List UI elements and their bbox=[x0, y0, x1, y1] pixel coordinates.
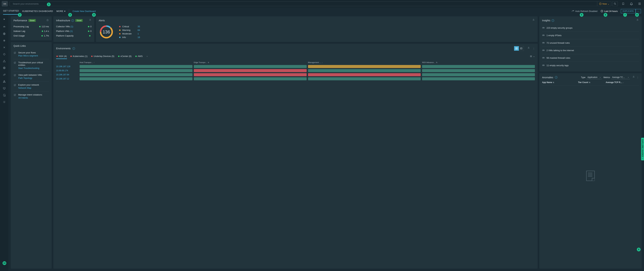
env-tab[interactable]: vCenter (6) bbox=[118, 54, 132, 59]
kebab-menu-icon[interactable]: ⋮ bbox=[533, 47, 535, 50]
env-ip-link[interactable]: 10.196.167.64 bbox=[56, 74, 78, 76]
pin-icon[interactable] bbox=[46, 19, 49, 22]
env-tab[interactable]: Kubernetes (1) bbox=[70, 54, 88, 59]
explore-guides-tab[interactable]: EXPLORE GUIDES ‹ bbox=[641, 138, 644, 160]
quick-link-action[interactable]: Network Map bbox=[18, 87, 39, 89]
table-view-button[interactable] bbox=[519, 46, 524, 51]
quick-link-action[interactable]: Start Troubleshooting bbox=[18, 67, 49, 69]
nav-topology-icon[interactable] bbox=[2, 38, 7, 43]
status-pill[interactable] bbox=[80, 65, 192, 68]
search-button[interactable] bbox=[612, 1, 618, 6]
nav-hierarchy-icon[interactable] bbox=[2, 79, 7, 84]
status-pill[interactable] bbox=[422, 65, 535, 68]
pin-icon[interactable] bbox=[636, 19, 639, 22]
env-tab[interactable]: Underlay Devices (5) bbox=[91, 54, 114, 59]
status-pill[interactable] bbox=[422, 69, 535, 72]
info-icon[interactable]: i bbox=[72, 19, 74, 22]
insight-row[interactable]: 223 empty security groups bbox=[542, 24, 639, 32]
env-ip-link[interactable]: 10.89.69.174 bbox=[56, 69, 78, 72]
nav-settings-icon[interactable] bbox=[2, 99, 7, 105]
col-host-transport[interactable]: Host Transpor…↑ bbox=[80, 61, 192, 64]
type-select[interactable]: Application bbox=[586, 76, 602, 79]
insight-row[interactable]: 1 empty IPSets bbox=[542, 32, 639, 39]
col-app-name[interactable]: App Name⇅ bbox=[542, 81, 578, 84]
hamburger-menu[interactable] bbox=[637, 1, 642, 6]
tab-kubernetes-dashboard[interactable]: KUBERNETES DASHBOARD bbox=[22, 8, 53, 15]
env-tab[interactable]: AWS bbox=[135, 54, 143, 59]
expand-nav-icon[interactable]: » bbox=[2, 16, 7, 22]
alert-legend-row[interactable]: Warning 84 bbox=[119, 29, 143, 31]
insight-row[interactable]: 2 VMs talking to the internet bbox=[542, 47, 639, 54]
status-pill[interactable] bbox=[422, 77, 535, 80]
quick-link-action[interactable]: Plan Micro-segment bbox=[18, 54, 38, 57]
pin-icon[interactable] bbox=[632, 76, 635, 79]
timerange-selector[interactable]: Last 24 hours bbox=[600, 10, 618, 13]
duplicate-button[interactable]: DUPLICATE bbox=[621, 9, 636, 13]
status-pill[interactable] bbox=[308, 69, 421, 72]
env-ip-link[interactable]: 10.196.167.128 bbox=[56, 65, 78, 68]
status-pill[interactable] bbox=[422, 73, 535, 76]
chevron-right-icon[interactable]: › bbox=[147, 55, 148, 58]
tab-get-started[interactable]: GET STARTED bbox=[3, 8, 19, 15]
alert-legend-row[interactable]: Info 16 bbox=[119, 36, 143, 39]
list-view-toggle[interactable]: ⌄ bbox=[530, 55, 535, 58]
insight-row[interactable]: 11 empty security tags bbox=[542, 62, 639, 69]
insight-row[interactable]: 72 unused firewall rules bbox=[542, 39, 639, 47]
pin-icon[interactable] bbox=[532, 19, 535, 22]
status-pill[interactable] bbox=[80, 69, 192, 72]
dashboard-more-button[interactable]: ⋯ bbox=[636, 9, 641, 13]
col-tier-count[interactable]: Tier Count⇅ bbox=[578, 81, 606, 84]
nav-alerts-icon[interactable] bbox=[2, 58, 7, 64]
nav-analytics-icon[interactable] bbox=[2, 72, 7, 77]
col-management[interactable]: Management …↓ bbox=[308, 61, 421, 64]
bookmark-button[interactable] bbox=[620, 1, 626, 6]
search-input[interactable] bbox=[10, 1, 597, 6]
create-dashboard-link[interactable]: Create New Dashboard bbox=[72, 10, 96, 13]
metric-count-link[interactable]: (1) bbox=[70, 30, 73, 32]
anomalies-empty-state bbox=[542, 85, 639, 266]
env-ip-link[interactable]: 10.196.167.12 bbox=[56, 78, 78, 80]
nav-tools-icon[interactable] bbox=[2, 45, 7, 50]
status-dot bbox=[135, 56, 137, 57]
insight-row[interactable]: 56 masked firewall rules bbox=[542, 54, 639, 62]
nav-monitor-icon[interactable] bbox=[2, 86, 7, 91]
status-pill[interactable] bbox=[194, 65, 307, 68]
metrics-select[interactable]: Average TC… bbox=[611, 76, 630, 79]
status-pill[interactable] bbox=[308, 65, 421, 68]
time-now-button[interactable]: Now ⌄ bbox=[597, 1, 611, 6]
alert-legend-row[interactable]: Critical 35 bbox=[119, 25, 143, 28]
alert-legend-row[interactable]: Moderate 1 bbox=[119, 32, 143, 35]
nav-target-icon[interactable] bbox=[2, 52, 7, 57]
nav-dashboard-icon[interactable] bbox=[2, 24, 7, 30]
nav-reports-icon[interactable] bbox=[2, 92, 7, 98]
nav-network-icon[interactable] bbox=[2, 65, 7, 71]
search-icon bbox=[614, 3, 616, 5]
status-pill[interactable] bbox=[80, 73, 192, 76]
tab-more[interactable]: MORE ▾ bbox=[56, 8, 66, 15]
status-pill[interactable] bbox=[308, 73, 421, 76]
status-pill[interactable] bbox=[80, 77, 192, 80]
col-edge-transport[interactable]: Edge Transpo…⇅ bbox=[194, 61, 307, 64]
pin-icon[interactable] bbox=[89, 19, 92, 22]
notifications-button[interactable] bbox=[629, 1, 634, 6]
grid-view-button[interactable] bbox=[514, 46, 519, 51]
status-pill[interactable] bbox=[194, 77, 307, 80]
info-icon[interactable]: i bbox=[552, 19, 554, 22]
col-avg-tcp[interactable]: Average TCP R…↓ bbox=[606, 81, 639, 84]
vmware-logo[interactable]: vm bbox=[2, 1, 8, 7]
quick-link-action[interactable]: Path Topology bbox=[18, 77, 42, 79]
status-pill[interactable] bbox=[194, 69, 307, 72]
pin-icon[interactable] bbox=[527, 47, 530, 50]
info-icon[interactable]: i bbox=[555, 76, 558, 79]
auto-refresh-toggle[interactable]: Auto Refresh Disabled bbox=[572, 10, 598, 13]
col-nsx-advanced[interactable]: NSX Advance…⇅ bbox=[422, 61, 535, 64]
status-pill[interactable] bbox=[194, 73, 307, 76]
env-tab[interactable]: NSX (4) bbox=[56, 54, 67, 59]
nav-globe-icon[interactable] bbox=[2, 31, 7, 37]
quick-link-action[interactable]: All Intents bbox=[18, 97, 42, 99]
status-dot bbox=[88, 26, 89, 27]
metric-count-link[interactable]: (1) bbox=[70, 25, 73, 28]
status-pill[interactable] bbox=[308, 77, 421, 80]
info-icon[interactable]: i bbox=[72, 47, 75, 50]
kebab-menu-icon[interactable]: ⋮ bbox=[637, 76, 639, 79]
